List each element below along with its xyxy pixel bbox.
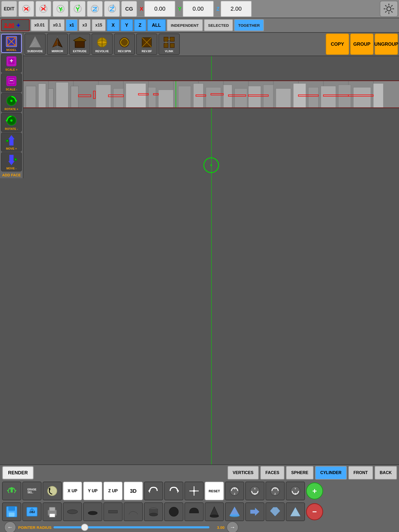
z-pos-button[interactable]: Z bbox=[104, 1, 120, 17]
faces-tab[interactable]: FACES bbox=[260, 466, 284, 480]
slider-thumb[interactable] bbox=[81, 524, 88, 531]
remove-red-button[interactable]: − bbox=[306, 503, 323, 520]
render-button[interactable]: RENDER bbox=[2, 466, 34, 480]
axis-all-button[interactable]: ALL bbox=[147, 19, 166, 31]
vlink-button[interactable]: VLINK bbox=[158, 34, 180, 55]
z-coord-input[interactable] bbox=[221, 1, 252, 17]
axis-z-button[interactable]: Z bbox=[134, 19, 146, 31]
x01-button[interactable]: x0.1 bbox=[49, 19, 65, 31]
rotate-yz-neg-button[interactable]: YZ bbox=[265, 482, 285, 500]
z-up-button[interactable]: Z UP bbox=[103, 482, 123, 500]
blue-triangle-button[interactable] bbox=[286, 502, 305, 521]
flat-square-button[interactable] bbox=[103, 502, 123, 521]
print-button[interactable] bbox=[43, 502, 62, 521]
x001-button[interactable]: x0.01 bbox=[31, 19, 48, 31]
svg-text:Z: Z bbox=[234, 493, 235, 495]
curved-shape-button[interactable] bbox=[124, 502, 143, 521]
blue-arrow-button[interactable] bbox=[245, 502, 264, 521]
x-up-button[interactable]: X UP bbox=[63, 482, 82, 500]
rev-bf-button[interactable]: REV.BF bbox=[136, 34, 157, 55]
settings-button[interactable] bbox=[380, 1, 398, 17]
redo-arrow-button[interactable] bbox=[164, 482, 183, 500]
model-button[interactable]: MODEL bbox=[1, 34, 22, 53]
blue-pyramid-button[interactable] bbox=[225, 502, 244, 521]
recycle-button[interactable] bbox=[2, 482, 21, 500]
edit-button[interactable]: EDIT bbox=[1, 1, 17, 17]
nav-left-button[interactable]: ← bbox=[4, 521, 16, 532]
undo-button[interactable] bbox=[43, 482, 62, 500]
x-pos-button[interactable]: X bbox=[35, 1, 51, 17]
blue-gem-button[interactable] bbox=[265, 502, 285, 521]
vertices-tab[interactable]: VERTICES bbox=[228, 466, 259, 480]
ungroup-button[interactable]: UNGROUP bbox=[375, 34, 398, 55]
scale-plus-button[interactable]: + bbox=[15, 21, 21, 29]
sphere-tab[interactable]: SPHERE bbox=[286, 466, 314, 480]
y-pos-button[interactable]: Y bbox=[70, 1, 86, 17]
svg-marker-169 bbox=[210, 507, 219, 516]
flat-diamond-button[interactable] bbox=[63, 502, 82, 521]
x15-button[interactable]: x15 bbox=[92, 19, 106, 31]
scale-minus-sidebar-button[interactable]: − SCALE - bbox=[1, 73, 22, 92]
svg-rect-114 bbox=[193, 84, 203, 108]
rotate-xz-pos-button[interactable]: XZ bbox=[245, 482, 264, 500]
axis-y-button[interactable]: Y bbox=[121, 19, 133, 31]
undo-arrow-button[interactable] bbox=[144, 482, 163, 500]
scale-plus-sidebar-button[interactable]: + SCALE + bbox=[1, 54, 22, 73]
cylinder-dark-button[interactable] bbox=[144, 502, 163, 521]
subdivide-button[interactable]: SUBDIVIDE bbox=[24, 34, 46, 55]
mode-independent-button[interactable]: INDEPENDENT bbox=[167, 19, 203, 31]
move-handle-button[interactable] bbox=[184, 482, 204, 500]
flat-circle-button[interactable] bbox=[83, 502, 102, 521]
3d-button[interactable]: 3D bbox=[124, 482, 143, 500]
rotate-minus-button[interactable]: ROTATE - bbox=[1, 113, 22, 132]
svg-rect-160 bbox=[49, 507, 55, 511]
cone-button[interactable] bbox=[205, 502, 224, 521]
copy-button[interactable]: COPY bbox=[326, 34, 349, 55]
y-neg-button[interactable]: Y bbox=[52, 1, 69, 17]
svg-rect-161 bbox=[49, 514, 55, 517]
group-button[interactable]: GROUP bbox=[350, 34, 374, 55]
svg-point-172 bbox=[230, 514, 240, 517]
load-obj-button[interactable]: .OBJ bbox=[22, 502, 42, 521]
revolve-button[interactable]: REVOLVE bbox=[91, 34, 113, 55]
svg-point-167 bbox=[149, 513, 158, 516]
axis-x-button[interactable]: X bbox=[107, 19, 119, 31]
x-neg-button[interactable]: X bbox=[18, 1, 34, 17]
add-face-button[interactable]: ADD FACE bbox=[2, 173, 21, 177]
back-tab[interactable]: BACK bbox=[375, 466, 397, 480]
extrude-button[interactable]: EXTRUDE bbox=[69, 34, 90, 55]
svg-rect-67 bbox=[75, 41, 84, 48]
svg-rect-164 bbox=[109, 510, 117, 513]
vertical-axis-line bbox=[211, 56, 212, 464]
viewport-3d[interactable] bbox=[23, 56, 399, 464]
y-coord-input[interactable] bbox=[183, 1, 214, 17]
rotate-xz-neg-button[interactable]: XZ bbox=[225, 482, 244, 500]
add-green-button[interactable]: + bbox=[306, 482, 323, 500]
svg-point-52 bbox=[10, 119, 12, 122]
x3-button[interactable]: x3 bbox=[79, 19, 91, 31]
z-neg-button[interactable]: Z bbox=[87, 1, 103, 17]
move-plus-button[interactable]: MOVE + bbox=[1, 132, 22, 152]
nav-right-button[interactable]: → bbox=[227, 521, 238, 532]
cg-button[interactable]: CG bbox=[121, 1, 137, 17]
erase-sel-button[interactable]: ERASE SEL. bbox=[22, 482, 42, 500]
move-minus-button[interactable]: MOVE - bbox=[1, 152, 22, 171]
sphere-dark-button[interactable] bbox=[164, 502, 183, 521]
cylinder-tab[interactable]: CYLINDER bbox=[315, 466, 347, 480]
y-up-button[interactable]: Y UP bbox=[83, 482, 102, 500]
pointer-radius-slider[interactable] bbox=[54, 526, 209, 528]
front-tab[interactable]: FRONT bbox=[348, 466, 373, 480]
svg-rect-107 bbox=[126, 84, 146, 108]
rotate-yz-pos-button[interactable]: YZ bbox=[286, 482, 305, 500]
mode-selected-button[interactable]: SELECTED bbox=[204, 19, 233, 31]
save-button[interactable] bbox=[2, 502, 21, 521]
svg-rect-115 bbox=[206, 87, 221, 108]
x-coord-input[interactable] bbox=[144, 1, 175, 17]
half-sphere-button[interactable] bbox=[184, 502, 204, 521]
mirror-button[interactable]: MIRROR bbox=[47, 34, 68, 55]
mode-together-button[interactable]: TOGETHER bbox=[234, 19, 264, 31]
reset-button[interactable]: RESET bbox=[205, 482, 224, 500]
x1-button[interactable]: x1 bbox=[66, 19, 78, 31]
rotate-plus-button[interactable]: ROTATE + bbox=[1, 93, 22, 112]
rev-spin-button[interactable]: REV.SPIN bbox=[114, 34, 135, 55]
